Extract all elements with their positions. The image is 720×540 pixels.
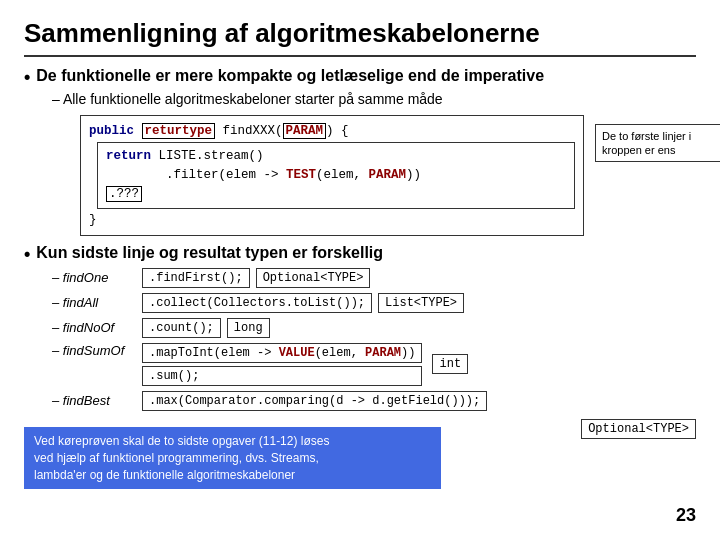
method-findall-result: List<TYPE> [378,293,464,313]
method-findone-label: – findOne [52,270,142,285]
method-row-findone: – findOne .findFirst(); Optional<TYPE> [52,268,696,288]
methods-table: – findOne .findFirst(); Optional<TYPE> –… [52,268,696,411]
bullet2-text: Kun sidste linje og resultat typen er fo… [36,244,383,262]
side-note: De to første linjer i kroppen er ens [595,124,720,163]
bullet2-main: • Kun sidste linje og resultat typen er … [24,244,696,266]
bullet-section-1: • De funktionelle er mere kompakte og le… [24,67,696,236]
bullet-section-2: • Kun sidste linje og resultat typen er … [24,244,696,411]
kw-public: public [89,124,142,138]
method-findsumof-result: int [432,354,468,374]
findsumof-codes: .mapToInt(elem -> VALUE(elem, PARAM)) .s… [142,343,428,386]
bottom-note: Ved køreprøven skal de to sidste opgaver… [24,427,441,489]
method-findall-label: – findAll [52,295,142,310]
method-findone-result: Optional<TYPE> [256,268,371,288]
method-row-findsumof: – findSumOf .mapToInt(elem -> VALUE(elem… [52,343,696,386]
inner-code-box: return LISTE.stream() .filter(elem -> TE… [97,142,575,208]
inner-line-2: .filter(elem -> TEST(elem, PARAM)) [106,166,566,185]
method-findnoof-code: .count(); [142,318,221,338]
param-box: PARAM [283,123,327,139]
returtype-box: returtype [142,123,216,139]
method-findnoof-label: – findNoOf [52,320,142,335]
bottom-result: Optional<TYPE> [581,419,696,439]
bullet1-text: De funktionelle er mere kompakte og letl… [36,67,544,85]
bullet-dot-2: • [24,244,30,266]
bullet-dot-1: • [24,67,30,89]
findsumof-code2: .sum(); [142,366,422,386]
bottom-area: Ved køreprøven skal de to sidste opgaver… [24,419,696,489]
inner-line-3: .??? [106,185,566,204]
findsumof-code1: .mapToInt(elem -> VALUE(elem, PARAM)) [142,343,422,363]
method-findbest-code: .max(Comparator.comparing(d -> d.getFiel… [142,391,487,411]
inner-line-1: return LISTE.stream() [106,147,566,166]
code-box-1: public returtype findXXX(PARAM) { return… [80,115,584,237]
method-findnoof-result: long [227,318,270,338]
method-row-findbest: – findBest .max(Comparator.comparing(d -… [52,391,696,411]
dotdotdot-box: .??? [106,186,142,202]
title-divider [24,55,696,57]
method-row-findall: – findAll .collect(Collectors.toList());… [52,293,696,313]
code-line-1: public returtype findXXX(PARAM) { [89,122,575,141]
slide-title: Sammenligning af algoritmeskabelonerne [24,18,696,49]
method-findone-code: .findFirst(); [142,268,250,288]
page-number: 23 [676,505,696,526]
method-findsumof-label: – findSumOf [52,343,142,358]
method-row-findnoof: – findNoOf .count(); long [52,318,696,338]
method-findbest-label: – findBest [52,393,142,408]
bullet1-main: • De funktionelle er mere kompakte og le… [24,67,696,89]
method-findall-code: .collect(Collectors.toList()); [142,293,372,313]
closing-brace: } [89,211,575,230]
bullet1-sub: Alle funktionelle algoritmeskabeloner st… [52,91,696,107]
